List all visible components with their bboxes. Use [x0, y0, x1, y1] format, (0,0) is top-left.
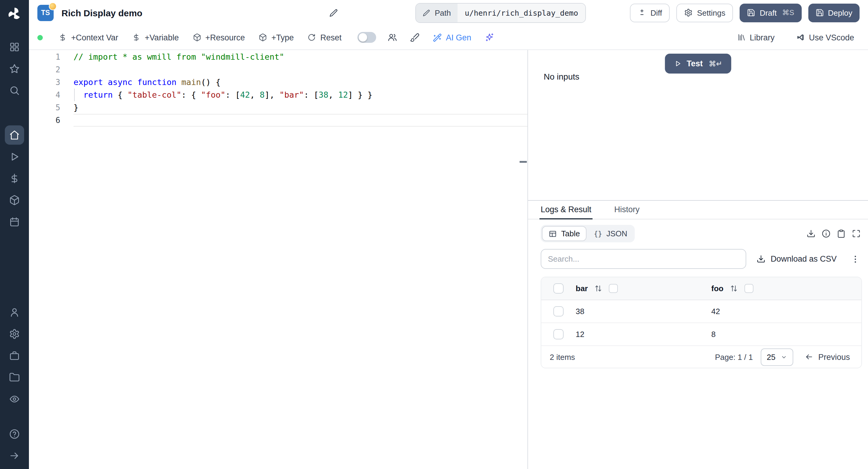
path-value[interactable]: u/henri/rich_display_demo: [458, 3, 585, 22]
column-select-checkbox[interactable]: [744, 284, 753, 293]
table-cell: 8: [711, 330, 861, 339]
topbar: TS Rich Display demo Path u/henri/rich_d…: [29, 0, 868, 25]
sidebar-item-search[interactable]: [5, 81, 24, 100]
add-context-var-label: +Context Var: [71, 33, 118, 42]
multiplayer-users-icon[interactable]: [382, 33, 402, 42]
use-vscode-button[interactable]: Use VScode: [791, 28, 860, 46]
workers-briefcase-icon: [9, 350, 20, 361]
save-icon: [747, 8, 755, 17]
tab-history[interactable]: History: [613, 201, 641, 219]
sparkles-icon[interactable]: [479, 33, 499, 42]
line-number: 3: [29, 76, 60, 89]
download-csv-button[interactable]: Download as CSV: [753, 254, 840, 264]
format-brush-icon[interactable]: [405, 33, 424, 42]
play-icon: [674, 60, 682, 67]
help-icon: [9, 429, 20, 439]
windmill-logo[interactable]: [5, 5, 24, 23]
view-json-button[interactable]: {} JSON: [588, 226, 633, 241]
page-indicator: Page: 1 / 1: [715, 352, 753, 362]
add-context-var-button[interactable]: +Context Var: [53, 28, 124, 46]
use-vscode-label: Use VScode: [809, 33, 854, 42]
collapse-arrow-icon: [9, 450, 20, 461]
code-line-2[interactable]: [73, 63, 527, 76]
sidebar-item-folders[interactable]: [5, 368, 24, 387]
test-button[interactable]: Test ⌘↵: [665, 54, 731, 73]
no-inputs-label: No inputs: [544, 72, 579, 82]
save-icon: [815, 8, 824, 17]
download-csv-label: Download as CSV: [771, 254, 837, 263]
sidebar-item-home[interactable]: [5, 125, 24, 145]
sidebar-item-schedules-calendar[interactable]: [5, 212, 24, 231]
vscode-icon: [796, 33, 805, 41]
table-cell: 12: [576, 330, 711, 339]
view-json-label: JSON: [607, 229, 627, 238]
result-actions: [807, 229, 862, 238]
sidebar-item-workers-briefcase[interactable]: [5, 346, 24, 365]
add-resource-button[interactable]: +Resource: [187, 28, 250, 46]
line-number: 4: [29, 89, 60, 101]
add-type-button[interactable]: +Type: [253, 28, 299, 46]
view-table-button[interactable]: Table: [542, 226, 587, 241]
draft-shortcut: ⌘S: [782, 8, 794, 17]
copy-result-icon[interactable]: [837, 229, 846, 238]
sort-icon[interactable]: [730, 285, 738, 292]
deploy-button[interactable]: Deploy: [808, 3, 860, 22]
items-count: 2 items: [550, 352, 575, 362]
sidebar-item-resources-cube[interactable]: [5, 190, 24, 210]
line-number: 6: [29, 114, 60, 127]
diff-button[interactable]: Diff: [630, 3, 670, 22]
expand-icon[interactable]: [852, 229, 861, 238]
row-checkbox[interactable]: [553, 329, 564, 339]
code-line-6[interactable]: [73, 114, 527, 127]
sidebar-item-settings-gear[interactable]: [5, 324, 24, 344]
code-line-5[interactable]: }: [73, 101, 527, 114]
sidebar-item-variables-dollar[interactable]: [5, 169, 24, 188]
edit-path-pencil-icon: [423, 9, 430, 17]
reset-button[interactable]: Reset: [302, 28, 347, 46]
typescript-badge-label: TS: [41, 9, 50, 16]
download-icon: [757, 254, 766, 263]
table-body: 3842128: [541, 300, 861, 346]
previous-page-button[interactable]: Previous: [801, 352, 854, 362]
row-checkbox[interactable]: [553, 306, 564, 316]
sidebar-item-collapse-arrow[interactable]: [5, 446, 24, 465]
code-line-3[interactable]: export async function main() {: [73, 76, 527, 89]
schedules-calendar-icon: [9, 216, 20, 227]
kebab-menu-icon[interactable]: [850, 254, 860, 264]
draft-button[interactable]: Draft ⌘S: [740, 3, 801, 22]
emoji-sticker: [49, 2, 57, 10]
code-editor[interactable]: 123456 // import * as wmill from "windmi…: [29, 50, 528, 469]
topbar-actions: Diff Settings Draft ⌘S Deploy: [630, 3, 860, 22]
ai-gen-button[interactable]: AI Gen: [427, 28, 476, 46]
tab-logs-result[interactable]: Logs & Result: [539, 201, 592, 219]
path-field[interactable]: Path u/henri/rich_display_demo: [415, 3, 586, 23]
library-button[interactable]: Library: [732, 28, 780, 46]
sidebar-item-user[interactable]: [5, 303, 24, 322]
table-icon: [549, 229, 557, 238]
sort-icon[interactable]: [594, 285, 602, 292]
select-all-checkbox[interactable]: [553, 283, 564, 293]
diff-mode-toggle[interactable]: [357, 32, 376, 43]
search-input[interactable]: [541, 249, 746, 269]
page-size-select[interactable]: 25: [761, 348, 794, 366]
page-size-value: 25: [767, 352, 775, 362]
sidebar-item-apps-grid[interactable]: [5, 37, 24, 57]
code-line-1[interactable]: // import * as wmill from "windmill-clie…: [73, 51, 527, 63]
csv-actions: Download as CSV: [753, 254, 862, 264]
sidebar-item-help[interactable]: [5, 425, 24, 444]
add-variable-button[interactable]: +Variable: [127, 28, 184, 46]
table-cell: 42: [711, 307, 861, 316]
download-result-icon[interactable]: [807, 229, 815, 238]
code-content: // import * as wmill from "windmill-clie…: [70, 51, 527, 127]
code-line-4[interactable]: return { "table-col": { "foo": [42, 8], …: [73, 89, 527, 101]
sidebar-item-audit-eye[interactable]: [5, 389, 24, 409]
column-select-checkbox[interactable]: [609, 284, 618, 293]
info-icon[interactable]: [822, 229, 831, 238]
edit-summary-pencil-icon[interactable]: [329, 8, 338, 17]
line-numbers: 123456: [29, 50, 70, 469]
path-label-section[interactable]: Path: [416, 3, 458, 22]
sidebar-item-runs-play[interactable]: [5, 147, 24, 166]
settings-button[interactable]: Settings: [677, 3, 733, 22]
column-header-foo: foo: [711, 284, 861, 293]
sidebar-item-favorites-star[interactable]: [5, 59, 24, 79]
